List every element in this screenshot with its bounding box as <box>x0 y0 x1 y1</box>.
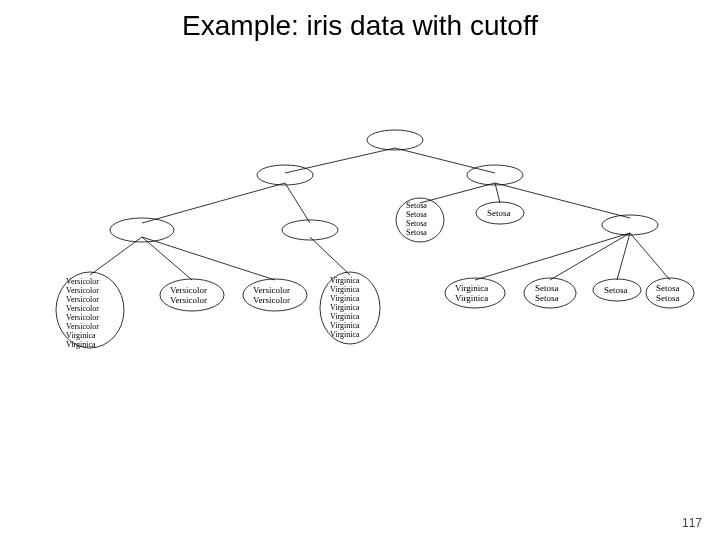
svg-text:Setosa: Setosa <box>535 293 559 303</box>
svg-line-14 <box>630 233 670 280</box>
svg-text:Setosa: Setosa <box>406 228 427 237</box>
svg-text:Virginica: Virginica <box>455 293 488 303</box>
svg-line-0 <box>285 148 395 173</box>
internal-nodes <box>110 130 658 242</box>
svg-text:Versicolor: Versicolor <box>66 277 99 286</box>
leaf-2: Versicolor Versicolor <box>160 279 224 311</box>
leaf-5: Setosa Setosa Setosa Setosa <box>396 198 444 242</box>
svg-line-1 <box>395 148 495 173</box>
svg-text:Versicolor: Versicolor <box>253 295 290 305</box>
svg-line-8 <box>142 237 192 280</box>
svg-text:Virginica: Virginica <box>66 340 96 349</box>
leaf-4: Virginica Virginica Virginica Virginica … <box>320 272 380 344</box>
svg-line-12 <box>550 233 630 280</box>
svg-text:Setosa: Setosa <box>487 208 511 218</box>
leaf-10: Setosa Setosa <box>646 278 694 308</box>
svg-line-11 <box>475 233 630 280</box>
leaf-3: Versicolor Versicolor <box>243 279 307 311</box>
leaf-8: Setosa Setosa <box>524 278 576 308</box>
svg-text:Virginica: Virginica <box>330 312 360 321</box>
svg-text:Setosa: Setosa <box>604 285 628 295</box>
svg-line-9 <box>142 237 275 280</box>
svg-text:Versicolor: Versicolor <box>170 285 207 295</box>
svg-text:Setosa: Setosa <box>535 283 559 293</box>
svg-text:Virginica: Virginica <box>330 330 360 339</box>
svg-line-4 <box>420 183 495 203</box>
svg-text:Versicolor: Versicolor <box>170 295 207 305</box>
svg-text:Virginica: Virginica <box>66 331 96 340</box>
tree-edges <box>90 148 670 280</box>
svg-text:Virginica: Virginica <box>330 285 360 294</box>
svg-line-13 <box>617 233 630 280</box>
svg-text:Virginica: Virginica <box>330 276 360 285</box>
svg-text:Setosa: Setosa <box>406 219 427 228</box>
svg-line-3 <box>285 183 310 223</box>
leaf-7: Virginica Virginica <box>445 278 505 308</box>
svg-line-7 <box>90 237 142 275</box>
root-node <box>367 130 423 150</box>
svg-text:Versicolor: Versicolor <box>66 322 99 331</box>
svg-text:Versicolor: Versicolor <box>253 285 290 295</box>
svg-line-2 <box>142 183 285 223</box>
svg-line-10 <box>310 237 350 275</box>
leaf-1: Versicolor Versicolor Versicolor Versico… <box>56 272 124 349</box>
svg-text:Virginica: Virginica <box>330 321 360 330</box>
svg-text:Virginica: Virginica <box>330 294 360 303</box>
internal-left <box>257 165 313 185</box>
svg-line-6 <box>495 183 630 218</box>
svg-text:Versicolor: Versicolor <box>66 304 99 313</box>
svg-text:Setosa: Setosa <box>406 201 427 210</box>
svg-text:Setosa: Setosa <box>656 293 680 303</box>
leaf-9: Setosa <box>593 279 641 301</box>
svg-text:Virginica: Virginica <box>330 303 360 312</box>
internal-right <box>467 165 523 185</box>
svg-text:Versicolor: Versicolor <box>66 295 99 304</box>
dendrogram-diagram: Versicolor Versicolor Versicolor Versico… <box>0 0 720 540</box>
svg-line-5 <box>495 183 500 203</box>
svg-text:Versicolor: Versicolor <box>66 313 99 322</box>
leaf-6: Setosa <box>476 202 524 224</box>
internal-ll <box>110 218 174 242</box>
svg-text:Setosa: Setosa <box>656 283 680 293</box>
svg-text:Setosa: Setosa <box>406 210 427 219</box>
svg-text:Virginica: Virginica <box>455 283 488 293</box>
svg-text:Versicolor: Versicolor <box>66 286 99 295</box>
